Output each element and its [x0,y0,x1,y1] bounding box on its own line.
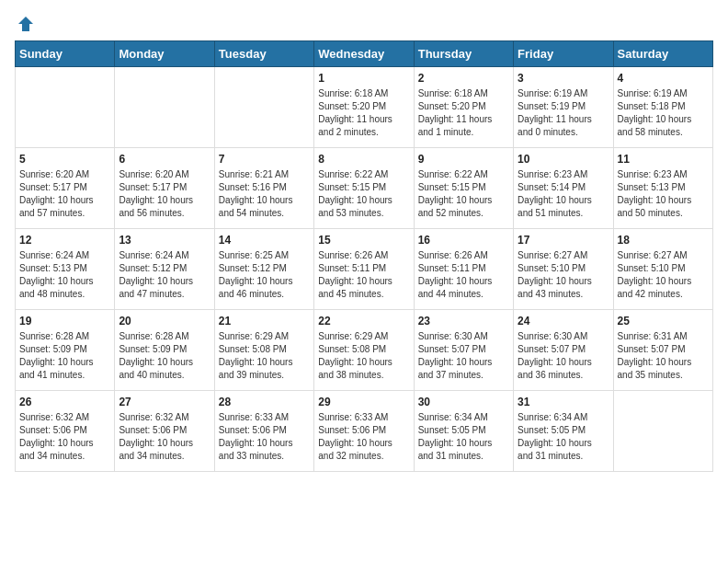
day-info: Sunrise: 6:18 AMSunset: 5:20 PMDaylight:… [318,87,409,139]
weekday-header-thursday: Thursday [414,41,513,67]
day-number: 18 [618,234,709,247]
calendar-cell [613,391,712,472]
calendar-cell: 25Sunrise: 6:31 AMSunset: 5:07 PMDayligh… [613,310,712,391]
weekday-header-friday: Friday [514,41,613,67]
day-number: 8 [318,153,409,166]
day-info: Sunrise: 6:19 AMSunset: 5:18 PMDaylight:… [618,87,709,139]
calendar-week-row: 12Sunrise: 6:24 AMSunset: 5:13 PMDayligh… [16,229,713,310]
day-number: 13 [119,234,210,247]
day-info: Sunrise: 6:32 AMSunset: 5:06 PMDaylight:… [119,411,210,463]
calendar-cell: 16Sunrise: 6:26 AMSunset: 5:11 PMDayligh… [414,229,513,310]
header [15,15,713,33]
day-number: 31 [518,396,609,408]
calendar-cell: 18Sunrise: 6:27 AMSunset: 5:10 PMDayligh… [613,229,712,310]
day-info: Sunrise: 6:28 AMSunset: 5:09 PMDaylight:… [119,330,210,382]
day-info: Sunrise: 6:34 AMSunset: 5:05 PMDaylight:… [418,411,509,463]
day-info: Sunrise: 6:30 AMSunset: 5:07 PMDaylight:… [418,330,509,382]
day-number: 21 [219,315,310,327]
day-number: 23 [418,315,509,327]
calendar-cell: 28Sunrise: 6:33 AMSunset: 5:06 PMDayligh… [214,391,313,472]
calendar-cell: 2Sunrise: 6:18 AMSunset: 5:20 PMDaylight… [414,67,513,148]
day-number: 19 [19,315,110,327]
day-info: Sunrise: 6:24 AMSunset: 5:12 PMDaylight:… [119,249,210,301]
calendar-cell: 19Sunrise: 6:28 AMSunset: 5:09 PMDayligh… [16,310,115,391]
calendar-cell: 21Sunrise: 6:29 AMSunset: 5:08 PMDayligh… [214,310,313,391]
day-number: 3 [518,72,609,85]
calendar-cell: 9Sunrise: 6:22 AMSunset: 5:15 PMDaylight… [414,148,513,229]
calendar-cell: 29Sunrise: 6:33 AMSunset: 5:06 PMDayligh… [314,391,414,472]
calendar-cell: 10Sunrise: 6:23 AMSunset: 5:14 PMDayligh… [514,148,613,229]
calendar-cell: 15Sunrise: 6:26 AMSunset: 5:11 PMDayligh… [314,229,414,310]
calendar-cell: 22Sunrise: 6:29 AMSunset: 5:08 PMDayligh… [314,310,414,391]
day-number: 15 [318,234,409,247]
day-number: 2 [418,72,509,85]
weekday-header-sunday: Sunday [16,41,115,67]
logo-icon [17,15,35,33]
day-info: Sunrise: 6:29 AMSunset: 5:08 PMDaylight:… [219,330,310,382]
day-info: Sunrise: 6:25 AMSunset: 5:12 PMDaylight:… [219,249,310,301]
day-info: Sunrise: 6:26 AMSunset: 5:11 PMDaylight:… [318,249,409,301]
day-number: 17 [518,234,609,247]
calendar-cell: 4Sunrise: 6:19 AMSunset: 5:18 PMDaylight… [613,67,712,148]
weekday-header-tuesday: Tuesday [214,41,313,67]
day-number: 10 [518,153,609,166]
calendar-cell: 5Sunrise: 6:20 AMSunset: 5:17 PMDaylight… [16,148,115,229]
logo [15,15,35,33]
svg-marker-0 [18,17,33,31]
day-number: 11 [618,153,709,166]
calendar-cell: 12Sunrise: 6:24 AMSunset: 5:13 PMDayligh… [16,229,115,310]
day-info: Sunrise: 6:34 AMSunset: 5:05 PMDaylight:… [518,411,609,463]
calendar-cell [214,67,313,148]
day-info: Sunrise: 6:19 AMSunset: 5:19 PMDaylight:… [518,87,609,139]
calendar-cell: 14Sunrise: 6:25 AMSunset: 5:12 PMDayligh… [214,229,313,310]
calendar-cell [16,67,115,148]
calendar-table: SundayMondayTuesdayWednesdayThursdayFrid… [15,40,713,472]
day-number: 7 [219,153,310,166]
weekday-header-wednesday: Wednesday [314,41,414,67]
day-info: Sunrise: 6:21 AMSunset: 5:16 PMDaylight:… [219,168,310,220]
day-info: Sunrise: 6:32 AMSunset: 5:06 PMDaylight:… [19,411,110,463]
day-number: 30 [418,396,509,408]
day-number: 24 [518,315,609,327]
day-number: 20 [119,315,210,327]
day-info: Sunrise: 6:33 AMSunset: 5:06 PMDaylight:… [219,411,310,463]
day-info: Sunrise: 6:33 AMSunset: 5:06 PMDaylight:… [318,411,409,463]
day-info: Sunrise: 6:24 AMSunset: 5:13 PMDaylight:… [19,249,110,301]
day-info: Sunrise: 6:29 AMSunset: 5:08 PMDaylight:… [318,330,409,382]
day-info: Sunrise: 6:27 AMSunset: 5:10 PMDaylight:… [618,249,709,301]
day-number: 12 [19,234,110,247]
calendar-cell: 20Sunrise: 6:28 AMSunset: 5:09 PMDayligh… [115,310,214,391]
day-info: Sunrise: 6:20 AMSunset: 5:17 PMDaylight:… [119,168,210,220]
day-number: 22 [318,315,409,327]
day-number: 25 [618,315,709,327]
calendar-cell: 30Sunrise: 6:34 AMSunset: 5:05 PMDayligh… [414,391,513,472]
day-number: 26 [19,396,110,408]
day-info: Sunrise: 6:23 AMSunset: 5:14 PMDaylight:… [518,168,609,220]
day-info: Sunrise: 6:31 AMSunset: 5:07 PMDaylight:… [618,330,709,382]
calendar-cell: 6Sunrise: 6:20 AMSunset: 5:17 PMDaylight… [115,148,214,229]
calendar-cell: 1Sunrise: 6:18 AMSunset: 5:20 PMDaylight… [314,67,414,148]
weekday-header-row: SundayMondayTuesdayWednesdayThursdayFrid… [16,41,713,67]
day-info: Sunrise: 6:23 AMSunset: 5:13 PMDaylight:… [618,168,709,220]
calendar-cell: 31Sunrise: 6:34 AMSunset: 5:05 PMDayligh… [514,391,613,472]
day-info: Sunrise: 6:18 AMSunset: 5:20 PMDaylight:… [418,87,509,139]
day-info: Sunrise: 6:20 AMSunset: 5:17 PMDaylight:… [19,168,110,220]
day-info: Sunrise: 6:30 AMSunset: 5:07 PMDaylight:… [518,330,609,382]
calendar-cell: 13Sunrise: 6:24 AMSunset: 5:12 PMDayligh… [115,229,214,310]
day-number: 9 [418,153,509,166]
calendar-cell: 3Sunrise: 6:19 AMSunset: 5:19 PMDaylight… [514,67,613,148]
day-number: 28 [219,396,310,408]
calendar-week-row: 5Sunrise: 6:20 AMSunset: 5:17 PMDaylight… [16,148,713,229]
calendar-cell: 8Sunrise: 6:22 AMSunset: 5:15 PMDaylight… [314,148,414,229]
calendar-cell: 11Sunrise: 6:23 AMSunset: 5:13 PMDayligh… [613,148,712,229]
day-number: 5 [19,153,110,166]
calendar-cell: 23Sunrise: 6:30 AMSunset: 5:07 PMDayligh… [414,310,513,391]
calendar-cell: 17Sunrise: 6:27 AMSunset: 5:10 PMDayligh… [514,229,613,310]
calendar-week-row: 26Sunrise: 6:32 AMSunset: 5:06 PMDayligh… [16,391,713,472]
day-number: 14 [219,234,310,247]
day-number: 27 [119,396,210,408]
day-info: Sunrise: 6:22 AMSunset: 5:15 PMDaylight:… [418,168,509,220]
calendar-cell: 27Sunrise: 6:32 AMSunset: 5:06 PMDayligh… [115,391,214,472]
calendar-week-row: 19Sunrise: 6:28 AMSunset: 5:09 PMDayligh… [16,310,713,391]
day-number: 6 [119,153,210,166]
